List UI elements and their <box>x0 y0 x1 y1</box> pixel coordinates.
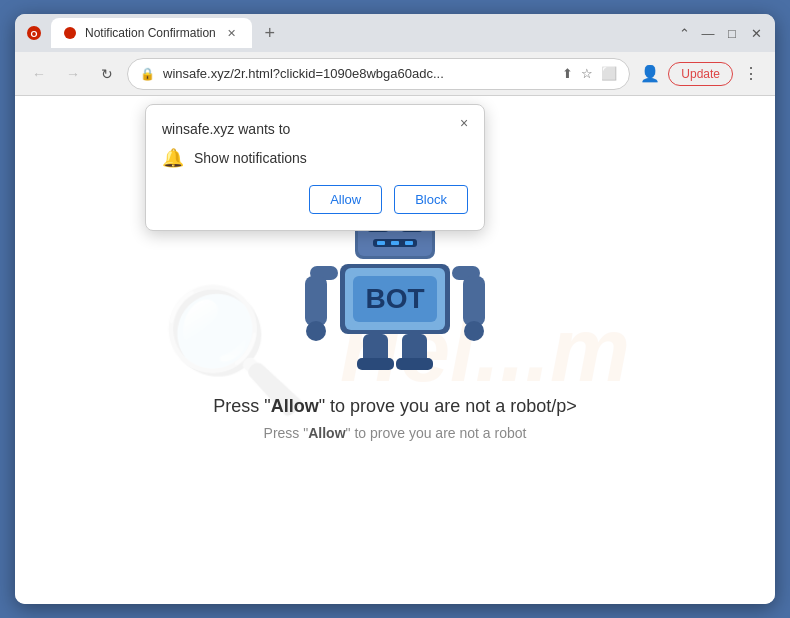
svg-rect-28 <box>396 358 433 370</box>
share-icon[interactable]: ⬆ <box>562 66 573 81</box>
update-button[interactable]: Update <box>668 62 733 86</box>
allow-button[interactable]: Allow <box>309 185 382 214</box>
popup-buttons: Allow Block <box>162 185 468 214</box>
nav-actions: 👤 Update ⋮ <box>636 60 765 88</box>
tab-title: Notification Confirmation <box>85 26 216 40</box>
page-content: 🔍 riel...m × winsafe.xyz wants to 🔔 Show… <box>15 96 775 604</box>
tab-favicon <box>63 26 77 40</box>
svg-rect-20 <box>305 276 327 326</box>
refresh-button[interactable]: ↻ <box>93 60 121 88</box>
window-minimize-button[interactable]: — <box>699 24 717 42</box>
lock-icon: 🔒 <box>140 67 155 81</box>
browser-window: O Notification Confirmation ✕ + ⌃ — □ ✕ … <box>15 14 775 604</box>
address-text: winsafe.xyz/2r.html?clickid=1090e8wbga60… <box>163 66 554 81</box>
minimize-button[interactable]: ⌃ <box>675 24 693 42</box>
new-tab-button[interactable]: + <box>256 19 284 47</box>
svg-rect-27 <box>357 358 394 370</box>
svg-rect-23 <box>463 276 485 326</box>
page-main-text: Press "Allow" to prove you are not a rob… <box>213 396 576 417</box>
permission-popup: × winsafe.xyz wants to 🔔 Show notificati… <box>145 104 485 231</box>
svg-point-21 <box>306 321 326 341</box>
window-controls: ⌃ — □ ✕ <box>675 24 765 42</box>
svg-rect-12 <box>377 241 385 245</box>
profile-icon[interactable]: 👤 <box>636 60 664 88</box>
active-tab[interactable]: Notification Confirmation ✕ <box>51 18 252 48</box>
svg-text:BOT: BOT <box>365 283 424 314</box>
title-bar: O Notification Confirmation ✕ + ⌃ — □ ✕ <box>15 14 775 52</box>
block-button[interactable]: Block <box>394 185 468 214</box>
svg-rect-14 <box>405 241 413 245</box>
tab-close-button[interactable]: ✕ <box>224 25 240 41</box>
split-screen-icon[interactable]: ⬜ <box>601 66 617 81</box>
close-button[interactable]: ✕ <box>747 24 765 42</box>
bookmark-icon[interactable]: ☆ <box>581 66 593 81</box>
svg-text:O: O <box>30 29 37 39</box>
allow-text-bold: Allow <box>271 396 319 416</box>
nav-bar: ← → ↻ 🔒 winsafe.xyz/2r.html?clickid=1090… <box>15 52 775 96</box>
popup-close-button[interactable]: × <box>454 113 474 133</box>
svg-rect-13 <box>391 241 399 245</box>
address-bar[interactable]: 🔒 winsafe.xyz/2r.html?clickid=1090e8wbga… <box>127 58 630 90</box>
maximize-button[interactable]: □ <box>723 24 741 42</box>
menu-button[interactable]: ⋮ <box>737 60 765 88</box>
svg-point-24 <box>464 321 484 341</box>
notification-label: Show notifications <box>194 150 307 166</box>
back-button[interactable]: ← <box>25 60 53 88</box>
notification-row: 🔔 Show notifications <box>162 147 468 169</box>
tab-area: Notification Confirmation ✕ + <box>51 18 667 48</box>
browser-favicon: O <box>25 24 43 42</box>
popup-title: winsafe.xyz wants to <box>162 121 468 137</box>
svg-point-2 <box>64 27 76 39</box>
page-sub-text: Press "Allow" to prove you are not a rob… <box>264 425 527 441</box>
allow-sub-bold: Allow <box>308 425 345 441</box>
forward-button[interactable]: → <box>59 60 87 88</box>
bell-icon: 🔔 <box>162 147 184 169</box>
